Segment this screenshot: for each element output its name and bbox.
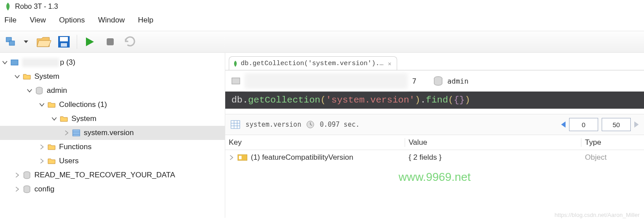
header-key[interactable]: Key bbox=[225, 138, 405, 147]
svg-rect-5 bbox=[107, 38, 114, 45]
limit-input[interactable] bbox=[602, 118, 631, 131]
play-icon bbox=[85, 37, 95, 47]
chevron-right-icon[interactable] bbox=[37, 142, 47, 152]
folder-icon bbox=[47, 142, 56, 152]
offset-input[interactable] bbox=[569, 118, 598, 131]
server-icon bbox=[231, 77, 240, 85]
rotate-button[interactable] bbox=[121, 33, 140, 51]
menu-bar: File View Options Window Help bbox=[0, 11, 644, 31]
app-title: Robo 3T - 1.3 bbox=[15, 3, 58, 11]
database-icon bbox=[433, 76, 443, 86]
toolbar-separator bbox=[77, 35, 77, 49]
tree-functions[interactable]: Functions bbox=[0, 140, 225, 154]
svg-rect-13 bbox=[232, 78, 240, 84]
database-icon bbox=[22, 170, 32, 180]
blurred-host bbox=[245, 73, 408, 89]
chevron-right-icon[interactable] bbox=[229, 155, 234, 160]
svg-rect-1 bbox=[9, 41, 15, 45]
db-name: admin bbox=[447, 77, 469, 85]
close-icon[interactable]: ✕ bbox=[388, 60, 391, 67]
grid-row[interactable]: (1) featureCompatibilityVersion { 2 fiel… bbox=[225, 150, 644, 165]
chevron-right-icon[interactable] bbox=[12, 170, 22, 180]
title-bar: Robo 3T - 1.3 bbox=[0, 0, 644, 11]
rotate-icon bbox=[124, 36, 137, 48]
result-time: 0.097 sec. bbox=[320, 121, 359, 128]
menu-file[interactable]: File bbox=[4, 16, 16, 25]
document-icon bbox=[238, 154, 247, 161]
grid-icon bbox=[231, 120, 240, 129]
tree-db-readme[interactable]: READ_ME_TO_RECOVER_YOUR_DATA bbox=[0, 168, 225, 182]
chevron-down-icon[interactable] bbox=[12, 72, 22, 81]
tree-label: Users bbox=[59, 157, 78, 165]
chevron-down-icon[interactable] bbox=[25, 86, 34, 95]
chevron-right-icon[interactable] bbox=[62, 128, 71, 138]
tree-label: Collections (1) bbox=[59, 100, 107, 109]
row-key: (1) featureCompatibilityVersion bbox=[251, 153, 353, 162]
row-type: Object bbox=[581, 153, 644, 162]
chevron-right-icon[interactable] bbox=[37, 156, 47, 166]
blurred-host bbox=[22, 58, 59, 67]
tree-root[interactable]: p (3) bbox=[0, 55, 225, 70]
chevron-down-icon[interactable] bbox=[37, 100, 47, 110]
menu-window[interactable]: Window bbox=[98, 16, 125, 25]
tree-system-folder[interactable]: System bbox=[0, 70, 225, 84]
header-type[interactable]: Type bbox=[581, 138, 644, 147]
footer-watermark: https://blog.csdn.net/Aaron_Miller bbox=[555, 212, 640, 218]
tree-label: System bbox=[34, 72, 60, 81]
connect-button[interactable] bbox=[3, 33, 21, 51]
page-prev-button[interactable] bbox=[561, 121, 566, 128]
svg-rect-24 bbox=[239, 156, 242, 159]
header-value[interactable]: Value bbox=[405, 138, 581, 147]
app-logo-icon bbox=[4, 3, 11, 11]
folder-icon bbox=[59, 114, 69, 124]
tree-label: READ_ME_TO_RECOVER_YOUR_DATA bbox=[34, 171, 175, 180]
connect-icon bbox=[6, 37, 18, 47]
context-bar: 7 admin bbox=[225, 70, 644, 92]
page-next-button[interactable] bbox=[634, 121, 639, 128]
menu-options[interactable]: Options bbox=[59, 16, 85, 25]
menu-help[interactable]: Help bbox=[138, 16, 153, 25]
svg-rect-15 bbox=[231, 121, 240, 128]
tree-label: admin bbox=[47, 86, 67, 95]
tree-label: config bbox=[34, 185, 54, 194]
query-editor[interactable]: db.getCollection('system.version').find(… bbox=[225, 92, 644, 109]
server-icon bbox=[10, 58, 19, 67]
chevron-down-icon[interactable] bbox=[0, 58, 10, 67]
watermark: www.9969.net bbox=[225, 170, 644, 184]
chevron-down-icon[interactable] bbox=[49, 114, 59, 124]
port-label: 7 bbox=[412, 77, 417, 85]
tree-collections[interactable]: Collections (1) bbox=[0, 98, 225, 112]
tree-db-config[interactable]: config bbox=[0, 182, 225, 196]
svg-rect-4 bbox=[61, 43, 67, 47]
run-button[interactable] bbox=[81, 33, 99, 51]
menu-view[interactable]: View bbox=[30, 16, 46, 25]
tab-label: db.getCollection('system.version').… bbox=[241, 60, 383, 67]
stop-button[interactable] bbox=[101, 33, 119, 51]
chevron-right-icon[interactable] bbox=[12, 184, 22, 194]
save-button[interactable] bbox=[55, 33, 73, 51]
tree-db-admin[interactable]: admin bbox=[0, 84, 225, 98]
open-button[interactable] bbox=[34, 33, 53, 51]
tab-strip: db.getCollection('system.version').… ✕ bbox=[225, 53, 644, 70]
svg-rect-3 bbox=[60, 37, 68, 41]
connect-dropdown[interactable] bbox=[24, 40, 28, 43]
tree-system-version[interactable]: system.version bbox=[0, 126, 225, 140]
folder-open-icon bbox=[36, 35, 51, 48]
query-tab[interactable]: db.getCollection('system.version').… ✕ bbox=[229, 56, 397, 70]
database-icon bbox=[34, 86, 44, 95]
leaf-icon bbox=[233, 61, 238, 67]
tree-system-subfolder[interactable]: System bbox=[0, 112, 225, 126]
tree-label: system.version bbox=[84, 128, 134, 137]
svg-rect-6 bbox=[11, 60, 18, 65]
query-panel: db.getCollection('system.version').… ✕ 7… bbox=[225, 53, 644, 218]
stop-icon bbox=[106, 37, 115, 46]
save-icon bbox=[57, 35, 71, 48]
result-bar: system.version 0.097 sec. bbox=[225, 114, 644, 135]
toolbar bbox=[0, 31, 644, 53]
svg-rect-8 bbox=[73, 130, 80, 136]
tree-users[interactable]: Users bbox=[0, 154, 225, 168]
tree-label: System bbox=[71, 114, 97, 123]
database-icon bbox=[22, 184, 32, 194]
tree-root-label: p (3) bbox=[60, 58, 75, 67]
grid-header: Key Value Type bbox=[225, 135, 644, 150]
